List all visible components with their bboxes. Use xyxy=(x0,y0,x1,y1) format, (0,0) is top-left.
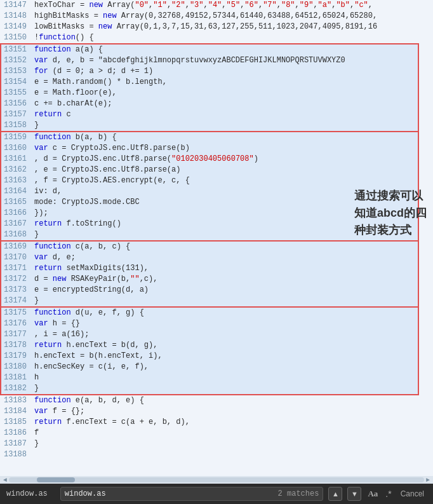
table-row: 13158 } xyxy=(1,120,418,132)
line-code: , i = a(16); xyxy=(32,329,418,340)
line-number: 13181 xyxy=(1,372,32,383)
code-text: , f = CryptoJS.AES.encrypt(e, c, { xyxy=(34,175,415,186)
next-match-button[interactable]: ▼ xyxy=(347,487,361,501)
code-text: var c = CryptoJS.enc.Utf8.parse(b) xyxy=(34,143,415,154)
code-table: 13147hexToChar = new Array("0","1","2","… xyxy=(0,0,419,460)
line-code: var d, e; xyxy=(32,252,418,263)
line-number: 13155 xyxy=(1,88,32,99)
code-text: function e(a, b, d, e) { xyxy=(34,395,415,406)
line-code: function a(a) { xyxy=(32,44,418,55)
table-row: 13187 } xyxy=(1,439,418,449)
code-text: f xyxy=(34,428,415,439)
line-number: 13147 xyxy=(1,0,32,11)
scrollbar-thumb[interactable] xyxy=(37,477,75,482)
line-code: hexToChar = new Array("0","1","2","3","4… xyxy=(32,0,418,11)
table-row: 13180 h.encSecKey = c(i, e, f), xyxy=(1,362,418,372)
line-code: } xyxy=(32,383,418,395)
filename-label: window.as xyxy=(6,489,48,498)
code-text: h.encText = b(h.encText, i), xyxy=(34,351,415,362)
code-text: }); xyxy=(34,208,415,219)
line-code: d = new RSAKeyPair(b,"",c), xyxy=(32,274,418,285)
code-text: h xyxy=(34,372,415,383)
line-code: } xyxy=(32,229,418,241)
search-input-wrap[interactable]: 2 matches xyxy=(60,487,324,501)
code-text: , d = CryptoJS.enc.Utf8.parse("010203040… xyxy=(34,154,415,165)
line-code: iv: d, xyxy=(32,186,418,197)
line-code: var d, e, b = "abcdefghijklmnopqrstuvwxy… xyxy=(32,55,418,66)
line-number: 13158 xyxy=(1,120,32,132)
line-code: , f = CryptoJS.AES.encrypt(e, c, { xyxy=(32,175,418,186)
code-text: , e = CryptoJS.enc.Utf8.parse(a) xyxy=(34,165,415,175)
line-number: 13183 xyxy=(1,395,32,406)
code-text: return f.toString() xyxy=(34,219,415,229)
line-code: h xyxy=(32,372,418,383)
table-row: 13149lowBitMasks = new Array(0,1,3,7,15,… xyxy=(1,22,418,32)
line-code: c += b.charAt(e); xyxy=(32,99,418,109)
line-code: !function() { xyxy=(32,32,418,44)
code-text: lowBitMasks = new Array(0,1,3,7,15,31,63… xyxy=(34,22,415,32)
code-text: function d(u, e, f, g) { xyxy=(34,308,415,318)
table-row: 13163 , f = CryptoJS.AES.encrypt(e, c, { xyxy=(1,175,418,186)
line-code: return setMaxDigits(131), xyxy=(32,263,418,274)
line-number: 13163 xyxy=(1,175,32,186)
case-sensitive-button[interactable]: Aa xyxy=(366,489,379,499)
table-row: 13179 h.encText = b(h.encText, i), xyxy=(1,351,418,362)
code-editor: 13147hexToChar = new Array("0","1","2","… xyxy=(0,0,433,476)
line-code: for (d = 0; a > d; d += 1) xyxy=(32,66,418,77)
code-text: mode: CryptoJS.mode.CBC xyxy=(34,197,415,208)
line-code: var f = {}; xyxy=(32,406,418,417)
table-row: 13172 d = new RSAKeyPair(b,"",c), xyxy=(1,274,418,285)
code-text: } xyxy=(34,439,415,449)
line-code: function e(a, b, d, e) { xyxy=(32,395,418,406)
line-code: e = Math.floor(e), xyxy=(32,88,418,99)
table-row: 13173 e = encryptedString(d, a) xyxy=(1,285,418,296)
code-text: !function() { xyxy=(34,32,415,43)
line-code: function d(u, e, f, g) { xyxy=(32,307,418,318)
code-text: function b(a, b) { xyxy=(34,132,415,143)
scroll-left-arrow[interactable]: ◄ xyxy=(1,477,9,484)
line-code: lowBitMasks = new Array(0,1,3,7,15,31,63… xyxy=(32,22,418,32)
scrollbar-track[interactable] xyxy=(9,477,424,482)
code-text: } xyxy=(34,296,415,306)
line-number: 13172 xyxy=(1,274,32,285)
scroll-right-arrow[interactable]: ► xyxy=(424,477,432,484)
line-number: 13187 xyxy=(1,439,32,449)
code-text: } xyxy=(34,383,415,394)
regex-button[interactable]: .* xyxy=(384,489,392,499)
line-number: 13169 xyxy=(1,241,32,252)
table-row: 13157 return c xyxy=(1,109,418,120)
cancel-button[interactable]: Cancel xyxy=(398,489,427,498)
code-text: h.encSecKey = c(i, e, f), xyxy=(34,362,415,372)
table-row: 13147hexToChar = new Array("0","1","2","… xyxy=(1,0,418,11)
horizontal-scrollbar[interactable]: ◄ ► xyxy=(0,476,433,484)
prev-match-button[interactable]: ▲ xyxy=(328,487,342,501)
line-number: 13148 xyxy=(1,11,32,22)
line-number: 13173 xyxy=(1,285,32,296)
search-input[interactable] xyxy=(65,489,274,498)
table-row: 13177 , i = a(16); xyxy=(1,329,418,340)
table-row: 13151 function a(a) { xyxy=(1,44,418,55)
code-text: function c(a, b, c) { xyxy=(34,242,415,252)
line-number: 13188 xyxy=(1,449,32,460)
line-code: return c xyxy=(32,109,418,120)
line-number: 13179 xyxy=(1,351,32,362)
code-text: function a(a) { xyxy=(34,44,415,55)
line-number: 13168 xyxy=(1,229,32,241)
table-row: 13168 } xyxy=(1,229,418,241)
line-number: 13159 xyxy=(1,132,32,143)
code-text: for (d = 0; a > d; d += 1) xyxy=(34,66,415,77)
table-row: 13183 function e(a, b, d, e) { xyxy=(1,395,418,406)
line-number: 13175 xyxy=(1,307,32,318)
line-number: 13154 xyxy=(1,77,32,88)
code-text: return setMaxDigits(131), xyxy=(34,263,415,274)
line-code: } xyxy=(32,120,418,132)
code-scroll[interactable]: 13147hexToChar = new Array("0","1","2","… xyxy=(0,0,433,476)
table-row: 13178 return h.encText = b(d, g), xyxy=(1,340,418,351)
code-text: return h.encText = b(d, g), xyxy=(34,340,415,351)
code-text: var f = {}; xyxy=(34,406,415,417)
table-row: 13165 mode: CryptoJS.mode.CBC xyxy=(1,197,418,208)
line-number: 13186 xyxy=(1,428,32,439)
line-number: 13174 xyxy=(1,296,32,307)
line-number: 13170 xyxy=(1,252,32,263)
code-text: } xyxy=(34,229,415,240)
